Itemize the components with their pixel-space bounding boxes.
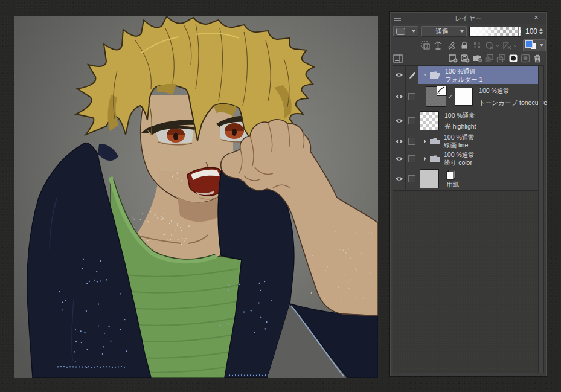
lock-transparent-pixels-icon[interactable] <box>472 39 482 51</box>
folder-icon <box>429 155 440 162</box>
visibility-cell[interactable] <box>393 150 406 167</box>
chevron-down-icon <box>412 30 415 33</box>
layer-thumbnail[interactable] <box>420 111 439 130</box>
pen-icon <box>408 71 416 79</box>
paper-thumbnail[interactable] <box>420 169 439 188</box>
merge-to-lower-icon[interactable] <box>495 53 507 65</box>
new-folder-icon[interactable] <box>471 53 483 65</box>
tonecurve-badge-icon <box>437 86 447 96</box>
mask-thumbnail[interactable] <box>455 88 473 106</box>
checkbox-cell[interactable] <box>406 84 418 109</box>
palette-display-dropdown[interactable] <box>393 26 418 37</box>
chevron-right-icon[interactable] <box>424 157 426 161</box>
visibility-cell[interactable] <box>393 66 406 84</box>
blend-mode-value: 通過 <box>424 27 460 36</box>
opacity-slider[interactable] <box>469 27 521 37</box>
checkbox-icon <box>408 117 415 124</box>
rounded-square-icon <box>396 28 405 35</box>
delete-layer-icon[interactable] <box>531 53 543 65</box>
layer-name: トーンカーブ tonecurve <box>479 99 547 106</box>
canvas-artwork <box>14 16 378 378</box>
layer-opacity-label: 100 %通常 <box>444 112 476 119</box>
layer-name: 光 highlight <box>444 123 476 130</box>
tonecurve-thumbnail[interactable] <box>426 86 446 107</box>
visibility-cell[interactable] <box>393 132 406 150</box>
apply-mask-icon[interactable] <box>519 53 531 65</box>
layer-row-folder1[interactable]: 100 %通過 フォルダー 1 <box>393 66 538 85</box>
checkbox-cell[interactable] <box>406 109 418 132</box>
reference-layer-icon[interactable] <box>432 39 443 51</box>
layer-row-tonecurve[interactable]: ✓ 100 %通常 トーンカーブ tonecurve <box>393 84 538 110</box>
opacity-slider-handle[interactable] <box>519 27 520 36</box>
layer-color-button[interactable] <box>523 39 546 51</box>
new-layer-dialog-icon[interactable] <box>459 53 471 65</box>
chevron-down-icon[interactable] <box>423 74 427 76</box>
layer-row-highlight[interactable]: 100 %通常 光 highlight <box>393 109 538 133</box>
lock-icon[interactable] <box>458 39 469 51</box>
eye-icon <box>395 138 403 144</box>
layer-property-toolbar <box>391 39 546 51</box>
canvas-viewport[interactable] <box>14 16 378 378</box>
blend-opacity-row: 通過 100 <box>391 25 546 38</box>
checkbox-icon <box>408 93 415 100</box>
checkbox-icon <box>408 155 415 162</box>
layer-name: フォルダー 1 <box>445 76 482 83</box>
layer-row-color-folder[interactable]: 100 %通常 塗り color <box>393 150 538 168</box>
layer-opacity-label: 100 %通過 <box>445 68 482 75</box>
ruler-icon[interactable] <box>502 39 518 51</box>
eye-icon <box>395 118 403 124</box>
clipping-icon[interactable] <box>420 39 431 51</box>
folder-icon <box>429 137 440 145</box>
checkbox-icon <box>408 138 415 145</box>
transfer-to-lower-icon[interactable] <box>483 53 495 65</box>
visibility-cell[interactable] <box>393 109 406 132</box>
close-button[interactable]: × <box>532 13 540 22</box>
eye-icon <box>395 156 403 162</box>
chevron-right-icon[interactable] <box>424 140 426 143</box>
enable-mask-icon[interactable] <box>484 39 500 51</box>
draft-layer-icon[interactable] <box>446 39 457 51</box>
checkbox-icon <box>408 175 415 182</box>
eye-icon <box>395 94 403 100</box>
paper-icon <box>446 170 456 180</box>
new-raster-layer-icon[interactable] <box>447 53 459 65</box>
open-folder-icon <box>429 71 441 79</box>
layer-opacity-label: 100 %通常 <box>479 87 547 94</box>
layer-name: 線画 line <box>444 141 475 149</box>
checkbox-cell[interactable] <box>406 132 418 150</box>
layer-list-scrollbar[interactable] <box>538 66 543 373</box>
chevron-down-icon <box>540 44 543 47</box>
visibility-cell[interactable] <box>393 167 406 190</box>
checkbox-cell[interactable] <box>406 150 418 167</box>
mask-link-check-icon: ✓ <box>447 92 454 101</box>
layer-list: 100 %通過 フォルダー 1 ✓ <box>393 65 544 373</box>
create-layer-mask-icon[interactable] <box>507 53 519 65</box>
edit-target-cell[interactable] <box>406 66 418 84</box>
layer-name: 用紙 <box>446 181 459 188</box>
visibility-cell[interactable] <box>393 84 406 109</box>
layer-opacity-label: 100 %通常 <box>444 151 475 158</box>
clip-studio-window: レイヤー – × 通過 100 <box>0 0 561 392</box>
opacity-spinner[interactable]: 100 <box>521 26 543 37</box>
layers-panel: レイヤー – × 通過 100 <box>390 12 547 376</box>
layer-row-line-folder[interactable]: 100 %通常 線画 line <box>393 132 538 150</box>
layer-opacity-label: 100 %通常 <box>444 133 475 141</box>
eye-icon <box>395 72 403 78</box>
eye-icon <box>395 176 403 182</box>
minimize-button[interactable]: – <box>519 13 528 22</box>
layer-color-blue-icon <box>525 40 533 48</box>
layer-name: 塗り color <box>444 159 475 166</box>
chevron-down-icon <box>460 30 464 33</box>
opacity-value: 100 <box>525 27 537 36</box>
spinner-arrows-icon[interactable] <box>539 28 543 34</box>
palette-list-icon[interactable] <box>392 53 404 65</box>
layer-command-toolbar <box>391 52 546 65</box>
checkbox-cell[interactable] <box>406 167 418 190</box>
blend-mode-dropdown[interactable]: 通過 <box>421 26 467 37</box>
layer-row-paper[interactable]: 用紙 <box>393 167 538 191</box>
panel-titlebar[interactable]: レイヤー – × <box>391 13 546 24</box>
